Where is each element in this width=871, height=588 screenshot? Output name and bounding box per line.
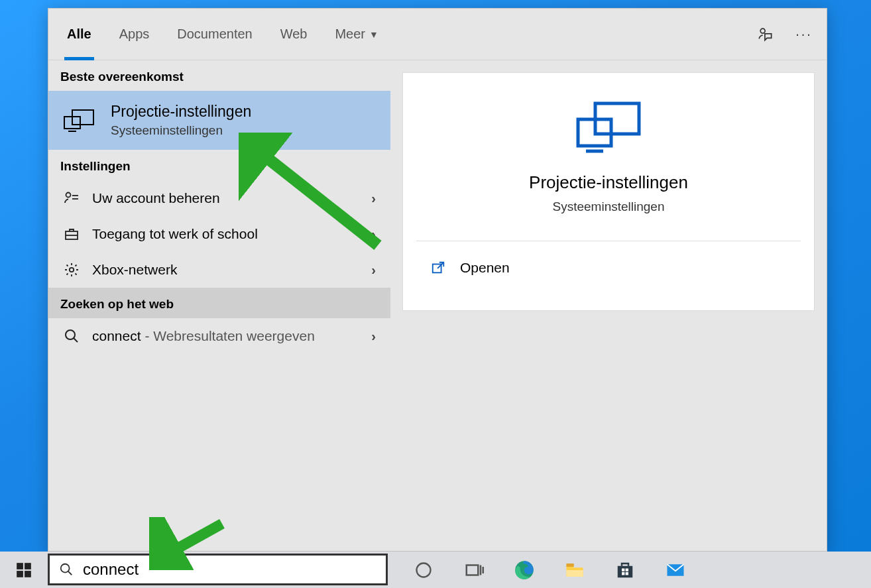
preview-open-label: Openen [460, 260, 510, 276]
preview-subtitle: Systeeminstellingen [553, 200, 665, 214]
feedback-icon[interactable] [756, 25, 775, 44]
svg-point-20 [61, 563, 70, 572]
projection-icon [63, 107, 95, 134]
tab-web-label: Web [280, 27, 308, 42]
open-icon [431, 261, 445, 275]
file-explorer-icon[interactable] [564, 559, 585, 581]
chevron-down-icon: ▼ [369, 29, 378, 40]
settings-row-label: Xbox-netwerk [92, 262, 177, 278]
account-icon [63, 190, 80, 207]
edge-browser-icon[interactable] [514, 559, 535, 581]
tab-more[interactable]: Meer ▼ [329, 9, 383, 60]
svg-rect-17 [25, 563, 31, 569]
preview-open-action[interactable]: Openen [416, 241, 801, 294]
svg-rect-31 [626, 568, 628, 571]
chevron-right-icon: › [371, 191, 376, 206]
settings-row-xbox[interactable]: Xbox-netwerk › [48, 252, 390, 288]
svg-rect-16 [17, 563, 23, 569]
svg-line-21 [68, 571, 72, 575]
section-settings: Instellingen [48, 150, 390, 180]
svg-rect-23 [467, 565, 479, 575]
tab-all[interactable]: Alle [62, 9, 97, 60]
section-best-match: Beste overeenkomst [48, 60, 390, 91]
section-web-search: Zoeken op het web [48, 288, 390, 318]
chevron-right-icon: › [371, 227, 376, 242]
chevron-right-icon: › [371, 263, 376, 278]
projection-icon [575, 101, 642, 154]
tab-apps[interactable]: Apps [114, 9, 155, 60]
task-view-icon[interactable] [463, 559, 485, 581]
start-button[interactable] [0, 552, 48, 588]
svg-rect-30 [622, 568, 624, 571]
tab-documents[interactable]: Documenten [172, 9, 257, 60]
tab-web[interactable]: Web [275, 9, 313, 60]
settings-row-work-school[interactable]: Toegang tot werk of school › [48, 216, 390, 252]
web-search-row[interactable]: connect - Webresultaten weergeven › [48, 318, 390, 354]
tab-apps-label: Apps [119, 27, 150, 42]
briefcase-icon [63, 225, 80, 243]
taskbar-search-box[interactable] [48, 554, 388, 585]
best-match-title: Projectie-instellingen [111, 103, 251, 121]
taskbar [0, 552, 871, 588]
svg-point-10 [66, 330, 75, 339]
svg-rect-27 [567, 563, 574, 567]
tab-more-label: Meer [335, 27, 365, 42]
svg-point-0 [760, 29, 765, 33]
search-icon [59, 562, 74, 577]
svg-rect-32 [622, 572, 624, 575]
best-match-result[interactable]: Projectie-instellingen Systeeminstelling… [48, 91, 390, 150]
preview-title: Projectie-instellingen [529, 172, 688, 193]
svg-line-11 [74, 338, 78, 342]
preview-card: Projectie-instellingen Systeeminstelling… [402, 72, 815, 311]
web-search-suffix: - Webresultaten weergeven [141, 328, 315, 343]
settings-row-account[interactable]: Uw account beheren › [48, 180, 390, 216]
svg-rect-33 [626, 572, 628, 575]
svg-point-4 [66, 193, 71, 198]
results-left-column: Beste overeenkomst Projectie-instellinge… [48, 60, 390, 551]
web-search-term: connect [92, 328, 141, 343]
svg-rect-28 [567, 570, 583, 577]
gear-icon [63, 261, 80, 278]
settings-row-label: Toegang tot werk of school [92, 226, 258, 242]
microsoft-store-icon[interactable] [614, 559, 636, 581]
svg-rect-29 [618, 565, 633, 577]
search-icon [63, 327, 80, 345]
tab-documents-label: Documenten [177, 27, 252, 42]
svg-rect-19 [25, 571, 31, 577]
settings-row-label: Uw account beheren [92, 190, 220, 206]
svg-point-22 [417, 563, 431, 577]
chevron-right-icon: › [371, 329, 376, 344]
search-tabs-bar: Alle Apps Documenten Web Meer ▼ ··· [48, 9, 827, 60]
svg-rect-18 [17, 571, 23, 577]
svg-point-9 [70, 268, 74, 272]
best-match-subtitle: Systeeminstellingen [111, 123, 251, 138]
cortana-icon[interactable] [413, 559, 434, 581]
mail-icon[interactable] [665, 559, 686, 581]
results-preview-column: Projectie-instellingen Systeeminstelling… [390, 60, 827, 551]
search-results-panel: Alle Apps Documenten Web Meer ▼ ··· Best… [48, 8, 827, 552]
taskbar-search-input[interactable] [83, 560, 377, 579]
web-search-label: connect - Webresultaten weergeven [92, 328, 315, 344]
ellipsis-icon[interactable]: ··· [795, 25, 813, 44]
tab-all-label: Alle [67, 27, 91, 42]
